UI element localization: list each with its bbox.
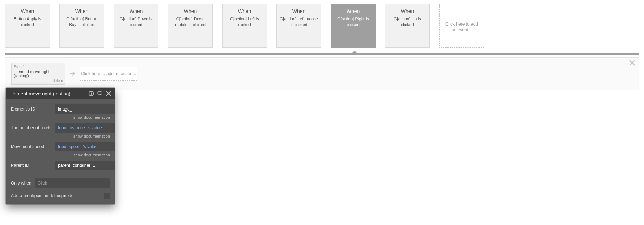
step-title: Element move right (testing) bbox=[14, 69, 63, 78]
event-title: When bbox=[63, 8, 101, 14]
event-card[interactable]: When G[action] Down is clicked bbox=[114, 4, 158, 48]
selected-event-pointer-icon bbox=[351, 51, 358, 54]
event-card[interactable]: When G[action] Left is clicked bbox=[222, 4, 267, 48]
event-desc: G[action] Down mobile is clicked bbox=[171, 16, 209, 27]
event-desc: G[action] Down is clicked bbox=[117, 16, 155, 27]
panel-header[interactable]: Element move right (testing) bbox=[6, 88, 115, 90]
event-desc: G[action] Left mobile is clicked bbox=[280, 16, 318, 27]
event-desc: G[action] Up is clicked bbox=[388, 16, 427, 27]
close-workflow-button[interactable] bbox=[629, 60, 635, 66]
event-card[interactable]: When G [action] Button Buy is clicked bbox=[59, 4, 104, 48]
add-action-card[interactable]: Click here to add an action... bbox=[80, 67, 137, 81]
workflow-step-card[interactable]: Step 1 Element move right (testing) dele… bbox=[11, 63, 65, 85]
event-title: When bbox=[334, 8, 372, 14]
event-title: When bbox=[8, 8, 47, 14]
workflow-strip: Step 1 Element move right (testing) dele… bbox=[5, 57, 639, 90]
step-delete-link[interactable]: delete bbox=[14, 78, 63, 83]
event-title: When bbox=[388, 8, 427, 14]
event-desc: Button Apply is clicked bbox=[8, 16, 47, 27]
event-card[interactable]: When Button Apply is clicked bbox=[5, 4, 50, 48]
event-desc: G [action] Button Buy is clicked bbox=[63, 16, 101, 27]
event-title: When bbox=[117, 8, 155, 14]
event-desc: G[action] Left is clicked bbox=[225, 16, 264, 27]
events-divider bbox=[5, 53, 639, 55]
step-number: Step 1 bbox=[14, 65, 63, 69]
event-title: When bbox=[225, 8, 264, 14]
events-row: When Button Apply is clicked When G [act… bbox=[0, 0, 644, 53]
arrow-right-icon bbox=[69, 71, 76, 77]
event-card[interactable]: When G[action] Down mobile is clicked bbox=[168, 4, 213, 48]
event-title: When bbox=[171, 8, 209, 14]
close-icon bbox=[629, 60, 635, 66]
add-event-card[interactable]: Click here to add an event... bbox=[439, 4, 484, 48]
add-event-label: Click here to add an event... bbox=[442, 21, 481, 33]
event-card-selected[interactable]: When G[action] Right is clicked bbox=[331, 4, 376, 48]
action-properties-panel: Element move right (testing) Element's I… bbox=[6, 88, 115, 90]
add-action-label: Click here to add an action... bbox=[81, 71, 136, 76]
event-title: When bbox=[280, 8, 318, 14]
event-desc: G[action] Right is clicked bbox=[334, 16, 372, 27]
event-card[interactable]: When G[action] Left mobile is clicked bbox=[276, 4, 321, 48]
event-card[interactable]: When G[action] Up is clicked bbox=[385, 4, 430, 48]
